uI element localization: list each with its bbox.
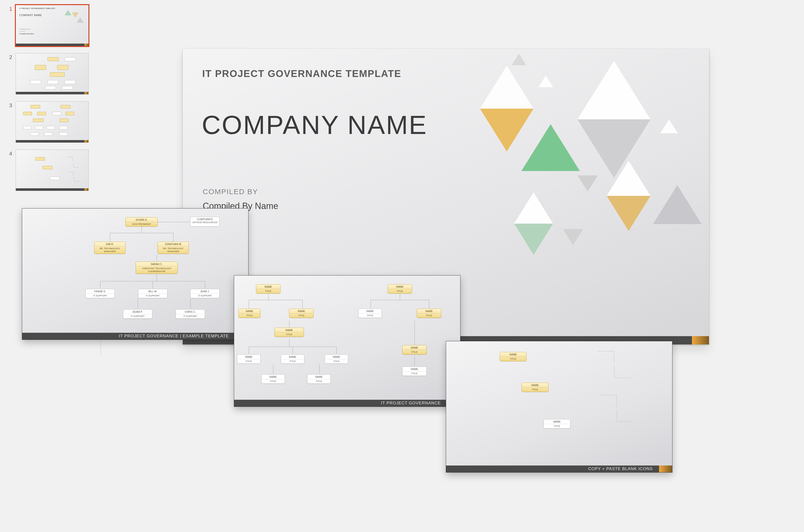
node-name: SARAH C.: [137, 263, 176, 266]
org-node[interactable]: NAMETITLE: [417, 309, 441, 318]
org-node[interactable]: NAMETITLE: [239, 309, 260, 318]
connector-bracket-icon: [614, 366, 631, 378]
org-node[interactable]: NAMETITLE: [544, 419, 571, 429]
triangle-decor-icon: [577, 61, 651, 119]
mini-connector-icon: [68, 172, 73, 176]
node-name: NAME: [276, 329, 303, 332]
connector-icon: [249, 300, 302, 300]
org-node[interactable]: NAMETITLE: [307, 374, 331, 384]
node-name: NAME: [326, 355, 347, 359]
triangle-decor-icon: [514, 224, 553, 255]
node-name: CORPORATE: [191, 218, 218, 221]
org-node[interactable]: NAMETITLE: [289, 309, 314, 318]
floating-slide-preview-2[interactable]: NAMETITLE NAMETITLE NAMETITLE NAMETITLE …: [234, 275, 461, 407]
connector-bracket-icon: [597, 351, 614, 363]
mini-connector-icon: [73, 163, 79, 167]
node-title: TITLE: [418, 314, 440, 317]
slide-thumbnail-1[interactable]: 1 IT PROJECT GOVERNANCE TEMPLATE COMPANY…: [0, 5, 102, 46]
mini-node-icon: [44, 132, 52, 136]
slide-subtitle: IT PROJECT GOVERNANCE TEMPLATE: [202, 68, 401, 79]
node-name: NAME: [282, 355, 303, 359]
node-name: ADAM P.: [124, 310, 151, 314]
org-node[interactable]: SARAH C. ASSISTANT TECHNOLOGY COORDINATO…: [136, 262, 177, 274]
node-title: IT SUPPORT: [177, 315, 204, 318]
org-node[interactable]: NAMETITLE: [325, 355, 348, 364]
floating-slide-preview-1[interactable]: SUSAN S. VICE PRESIDENT CORPORATE OFFSIT…: [22, 208, 248, 340]
node-title: TITLE: [308, 380, 330, 383]
org-node[interactable]: NAMETITLE: [500, 352, 526, 361]
node-name: NAME: [545, 420, 569, 424]
connector-icon: [289, 339, 289, 347]
card-footer: COPY + PASTE BLANK ICONS: [446, 466, 672, 472]
floating-slide-preview-3[interactable]: NAMETITLE NAMETITLE NAMETITLE COPY + PAS…: [446, 341, 672, 473]
org-node[interactable]: NAMETITLE: [281, 355, 304, 364]
node-name: NAME: [360, 310, 380, 314]
node-name: BILL M.: [139, 290, 166, 294]
org-node[interactable]: NAMETITLE: [261, 374, 285, 384]
node-name: NAME: [263, 375, 284, 379]
node-name: NAME: [501, 353, 525, 357]
thumb-footer: [16, 92, 89, 94]
org-node[interactable]: NAMETITLE: [388, 284, 412, 293]
node-name: NAME: [240, 310, 259, 314]
org-node[interactable]: JENN J. IT SUPPORT: [190, 289, 220, 298]
org-node[interactable]: CHRIS C. IT SUPPORT: [176, 309, 205, 319]
thumb-subtitle: IT PROJECT GOVERNANCE TEMPLATE: [19, 7, 55, 9]
node-name: NAME: [238, 355, 259, 359]
mini-node-icon: [35, 126, 43, 129]
connector-icon: [429, 300, 429, 309]
triangle-decor-icon: [539, 76, 553, 87]
connector-icon: [400, 292, 400, 300]
node-name: NAME: [257, 285, 279, 289]
node-title: VICE PRESIDENT: [127, 223, 156, 226]
mini-node-icon: [50, 177, 60, 180]
triangle-decor-icon: [514, 192, 553, 224]
mini-node-icon: [31, 80, 41, 84]
triangle-decor-icon: [64, 10, 71, 15]
org-node[interactable]: SUSAN S. VICE PRESIDENT: [126, 217, 157, 227]
node-title: TITLE: [404, 350, 425, 354]
org-node[interactable]: FRANK K. IT SUPPORT: [86, 289, 115, 298]
node-title: SR. TECHNOLOGY MANAGER: [159, 247, 188, 253]
connector-icon: [249, 347, 249, 354]
node-title: IT SUPPORT: [191, 294, 218, 297]
org-node[interactable]: NAMETITLE: [402, 367, 427, 376]
connector-icon: [371, 300, 371, 309]
node-title: TITLE: [326, 360, 347, 363]
org-node[interactable]: BILL M. IT SUPPORT: [138, 289, 167, 298]
thumb-footer: [16, 140, 89, 142]
connector-icon: [319, 364, 320, 374]
node-name: SUSAN S.: [127, 218, 156, 222]
org-node[interactable]: NAMETITLE: [256, 284, 280, 293]
mini-node-icon: [48, 80, 58, 84]
slide-thumbnail-4[interactable]: 4: [0, 150, 102, 191]
org-node[interactable]: NAMETITLE: [402, 345, 427, 355]
footer-gradient-icon: [692, 336, 709, 344]
triangle-decor-icon: [521, 124, 580, 171]
slide-thumbnail-2[interactable]: 2: [0, 53, 102, 95]
org-node[interactable]: ADAM P. IT SUPPORT: [123, 309, 152, 319]
org-node[interactable]: NAMETITLE: [358, 309, 382, 318]
node-title: TITLE: [240, 314, 259, 317]
thumb-compiled-name: Compiled By Name: [19, 33, 34, 35]
triangle-decor-icon: [607, 161, 651, 196]
org-node[interactable]: NAMETITLE: [522, 383, 548, 392]
org-node[interactable]: NAMETITLE: [275, 328, 304, 337]
thumbnail-preview: [16, 101, 89, 143]
mini-node-icon: [23, 112, 32, 115]
mini-node-icon: [31, 132, 39, 136]
connector-bracket-icon: [617, 410, 634, 422]
triangle-decor-icon: [72, 13, 79, 18]
org-node[interactable]: JONATHAN M. SR. TECHNOLOGY MANAGER: [157, 242, 189, 254]
thumbnail-preview: [16, 150, 89, 191]
mini-connector-icon: [67, 157, 73, 162]
node-name: NAME: [418, 310, 440, 314]
org-node[interactable]: KIM R. SR. TECHNOLOGY MANAGER: [94, 242, 126, 254]
connector-icon: [110, 233, 173, 233]
slide-thumbnail-3[interactable]: 3: [0, 101, 102, 143]
triangle-decor-icon: [480, 66, 534, 109]
org-node[interactable]: NAMETITLE: [237, 355, 260, 364]
org-node[interactable]: CORPORATE OFFSITE RESOURCES: [190, 217, 220, 227]
node-name: NAME: [308, 375, 330, 379]
card-footer: IT PROJECT GOVERNANCE | EXAMPLE TEMPLATE: [22, 333, 248, 340]
